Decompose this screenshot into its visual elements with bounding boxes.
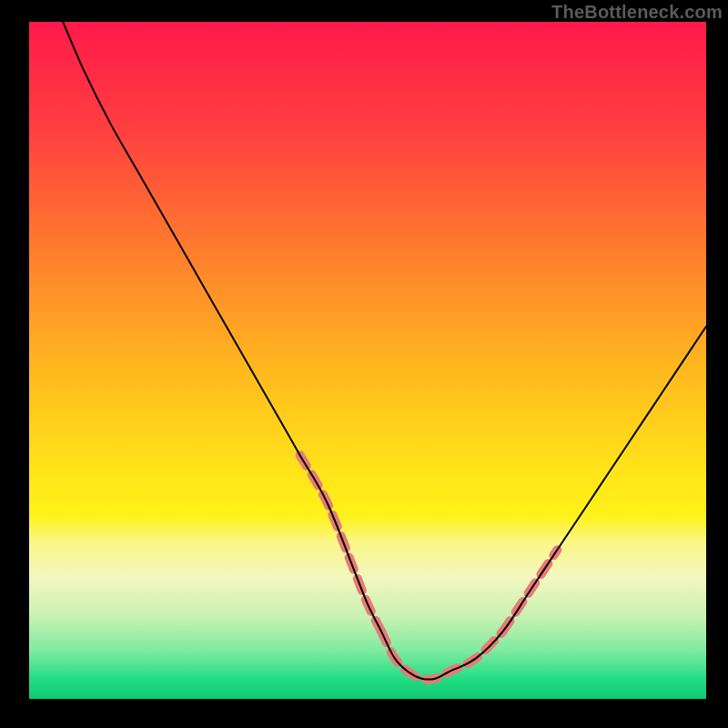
chart-svg (29, 22, 706, 699)
marker-segment-bottom (381, 632, 503, 680)
bottleneck-curve (63, 22, 706, 680)
plot-area (29, 22, 706, 699)
chart-frame: TheBottleneck.com (0, 0, 728, 728)
watermark-text: TheBottleneck.com (551, 2, 723, 23)
marker-segment-left (300, 455, 381, 631)
